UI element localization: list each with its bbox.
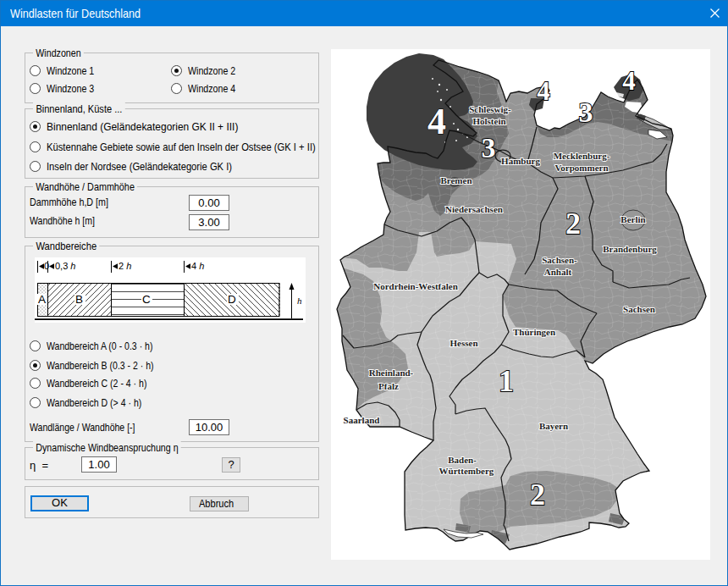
svg-text:4 h: 4 h xyxy=(191,261,204,271)
svg-text:D: D xyxy=(228,293,236,306)
svg-text:Nordrhein-Westfalen: Nordrhein-Westfalen xyxy=(373,281,458,291)
svg-text:Baden-: Baden- xyxy=(448,455,477,465)
svg-text:Hamburg: Hamburg xyxy=(501,156,540,166)
svg-text:4: 4 xyxy=(537,76,550,106)
svg-text:A: A xyxy=(38,293,46,306)
svg-text:0: 0 xyxy=(44,261,49,271)
svg-text:B: B xyxy=(75,293,83,306)
svg-text:Mecklenburg-: Mecklenburg- xyxy=(554,151,610,161)
svg-text:Berlin: Berlin xyxy=(620,214,645,224)
svg-text:C: C xyxy=(142,293,151,306)
svg-text:Bayern: Bayern xyxy=(539,421,568,431)
svg-text:2 h: 2 h xyxy=(119,261,131,271)
svg-text:Anhalt: Anhalt xyxy=(544,267,572,277)
svg-text:4: 4 xyxy=(427,101,446,142)
svg-text:2: 2 xyxy=(530,478,545,511)
svg-text:Württemberg: Württemberg xyxy=(439,466,494,476)
svg-text:1: 1 xyxy=(499,364,514,398)
svg-text:3: 3 xyxy=(579,97,593,128)
svg-text:Holstein: Holstein xyxy=(472,116,505,126)
svg-text:3: 3 xyxy=(482,132,496,163)
svg-text:Sachsen-: Sachsen- xyxy=(542,255,577,265)
svg-text:2: 2 xyxy=(565,207,581,240)
svg-text:Schleswig-: Schleswig- xyxy=(469,104,511,114)
svg-text:0,3 h: 0,3 h xyxy=(55,261,75,271)
svg-text:h: h xyxy=(297,296,302,306)
svg-text:Rheinland-: Rheinland- xyxy=(369,368,414,378)
svg-text:Pfalz: Pfalz xyxy=(378,381,399,391)
svg-text:Saarland: Saarland xyxy=(344,415,380,425)
svg-text:Sachsen: Sachsen xyxy=(623,304,655,314)
svg-text:Niedersachsen: Niedersachsen xyxy=(445,204,503,214)
svg-text:Vorpommern: Vorpommern xyxy=(554,163,608,173)
svg-text:Hessen: Hessen xyxy=(450,338,478,348)
svg-text:4: 4 xyxy=(622,66,636,96)
svg-text:Thüringen: Thüringen xyxy=(513,327,555,337)
svg-text:Bremen: Bremen xyxy=(440,175,472,185)
svg-text:Brandenburg: Brandenburg xyxy=(603,244,657,254)
